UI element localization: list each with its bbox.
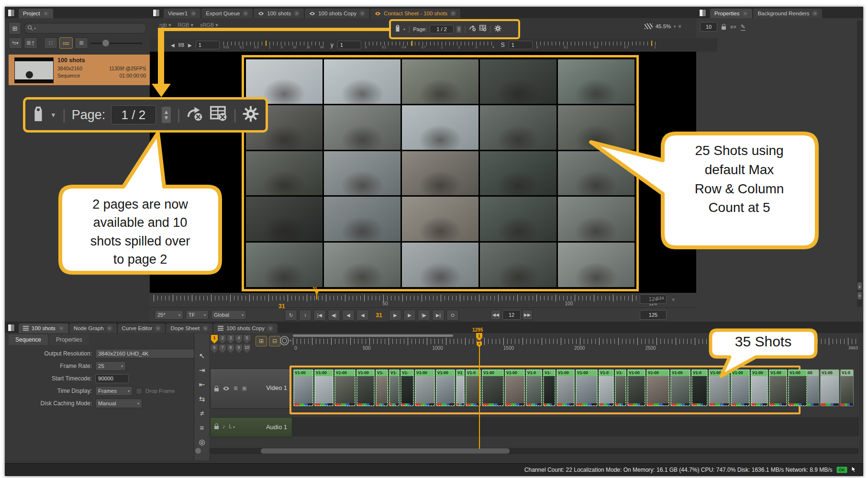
- timeline-h-scrollbar[interactable]: [209, 448, 859, 454]
- timeline-tab-100-shots-copy[interactable]: 100 shots Copy×: [213, 323, 278, 333]
- viewer-tab-contact-sheet-100-shots[interactable]: Contact Sheet - 100 shots×: [370, 9, 460, 18]
- track-level-dropdown[interactable]: L ▾: [229, 423, 235, 429]
- frame-range-out-field[interactable]: 125: [640, 310, 667, 320]
- close-icon[interactable]: ×: [812, 11, 818, 16]
- grid-view-button[interactable]: ∷: [44, 37, 57, 49]
- node-stack-count-field[interactable]: 10: [700, 22, 717, 32]
- page-spinner[interactable]: ▲▼: [162, 107, 171, 123]
- close-icon[interactable]: ×: [43, 11, 49, 16]
- close-icon[interactable]: ×: [267, 325, 273, 331]
- go-to-end-button[interactable]: ▶|: [432, 310, 445, 321]
- step-back-button[interactable]: ◀: [342, 310, 355, 321]
- timeline-clip[interactable]: V1-00: [505, 369, 525, 406]
- page-spinner[interactable]: ▲▼: [456, 26, 461, 33]
- contact-sheet-shot[interactable]: [324, 243, 401, 287]
- timecode-mode-dropdown[interactable]: TF▾: [186, 310, 209, 320]
- prev-arrow-icon[interactable]: ◀: [171, 43, 175, 48]
- video-track-header[interactable]: ≣ ▣ Video 1: [210, 368, 292, 409]
- sort-alpha-button[interactable]: ᴬz▾: [9, 37, 22, 49]
- timeline-clip[interactable]: V1: [456, 369, 465, 406]
- thumbnail-size-slider[interactable]: [90, 38, 143, 48]
- start-timecode-field[interactable]: 90000: [95, 374, 129, 383]
- panel-split-icon[interactable]: [153, 9, 160, 17]
- previous-edit-button[interactable]: ◀|: [328, 310, 340, 321]
- tag-marker-1[interactable]: 1: [211, 335, 218, 344]
- timeline-clip[interactable]: V1-: [389, 369, 400, 406]
- time-display-dropdown[interactable]: Frames▾: [95, 386, 133, 396]
- chevron-down-icon[interactable]: ▼: [50, 111, 56, 119]
- timeline-clip[interactable]: V1-0: [599, 369, 614, 406]
- output-resolution-dropdown[interactable]: 3840x2160 UHD_4K▾: [95, 349, 199, 358]
- subtab-properties[interactable]: Properties: [49, 334, 89, 345]
- timeline-clip[interactable]: V1-: [543, 369, 556, 406]
- mark-out-button[interactable]: O: [446, 310, 459, 321]
- contact-sheet-shot[interactable]: [324, 197, 401, 241]
- pencil-icon[interactable]: ✎: [741, 23, 746, 31]
- grid-view-toggle-button[interactable]: ⊞: [256, 336, 267, 346]
- timeline-clip[interactable]: V1-00: [334, 369, 356, 406]
- detail-view-button[interactable]: ≔: [59, 37, 73, 49]
- collapse-chevrons-icon[interactable]: »: [677, 25, 684, 28]
- tag-marker-8[interactable]: 8: [227, 345, 234, 353]
- audio-track-header[interactable]: ♪ L ▾ Audio 1: [210, 417, 292, 437]
- panel-split-icon[interactable]: [699, 9, 706, 17]
- mark-in-button[interactable]: I: [299, 310, 312, 321]
- ripple-tool-icon[interactable]: ⇥: [195, 366, 209, 375]
- track-visibility-icon[interactable]: [223, 386, 230, 391]
- chevron-down-icon[interactable]: ▾: [674, 24, 676, 29]
- close-icon[interactable]: ×: [190, 11, 196, 16]
- properties-scrollbar[interactable]: ▲ ▼: [857, 20, 862, 307]
- contact-sheet-shot[interactable]: [246, 243, 323, 287]
- disk-caching-dropdown[interactable]: Manual▾: [95, 399, 142, 408]
- contact-sheet-shot[interactable]: [402, 105, 479, 150]
- timeline-tab-node-graph[interactable]: Node Graph×: [69, 323, 117, 333]
- tag-marker-3[interactable]: 3: [227, 335, 234, 344]
- properties-tab-background-renders[interactable]: Background Renders×: [753, 9, 822, 18]
- scroll-down-arrow[interactable]: ▼: [857, 292, 862, 300]
- close-icon[interactable]: ×: [294, 11, 300, 16]
- page-field[interactable]: 1 / 2: [430, 25, 454, 33]
- timeline-clip[interactable]: V1-00: [670, 369, 690, 406]
- tag-marker-7[interactable]: 7: [219, 345, 226, 353]
- track-lock-icon[interactable]: [214, 388, 219, 391]
- audio-track-lane[interactable]: [292, 417, 859, 436]
- viewer-tab-viewer1[interactable]: Viewer1×: [164, 9, 200, 18]
- sync-lock-button[interactable]: ▾: [280, 336, 291, 345]
- panel-split-icon[interactable]: [8, 324, 15, 332]
- timeline-clip[interactable]: V1-00: [556, 369, 575, 406]
- timeline-clip[interactable]: V1-00: [646, 369, 669, 406]
- play-forward-button[interactable]: ▶: [389, 310, 401, 321]
- timeline-clip[interactable]: V1-00: [314, 369, 334, 406]
- slip-tool-icon[interactable]: ⇆: [195, 395, 209, 403]
- clear-grid-button[interactable]: [210, 106, 227, 124]
- gain-field[interactable]: 1: [196, 41, 220, 49]
- grid-edit-toggle-button[interactable]: ⊟: [269, 336, 280, 346]
- contact-sheet-shot[interactable]: [480, 243, 556, 287]
- timeline-clip[interactable]: V1-: [615, 369, 626, 406]
- track-lock-icon[interactable]: [214, 426, 219, 429]
- contact-sheet-shot[interactable]: [480, 59, 556, 104]
- frame-rate-dropdown[interactable]: 25▾: [95, 361, 126, 371]
- subtab-sequence[interactable]: Sequence: [9, 334, 48, 345]
- tag-marker-2[interactable]: 2: [219, 335, 226, 344]
- close-icon[interactable]: ×: [58, 325, 64, 331]
- page-field[interactable]: 1 / 2: [111, 105, 156, 124]
- slider-knob[interactable]: [102, 40, 109, 46]
- gamma-field[interactable]: 1: [337, 41, 361, 49]
- timeline-clip[interactable]: V1-0: [526, 369, 542, 406]
- selection-tool-icon[interactable]: ↖: [195, 352, 209, 360]
- timeline-tab-dope-sheet[interactable]: Dope Sheet×: [166, 323, 212, 333]
- close-icon[interactable]: ×: [359, 11, 365, 16]
- contact-sheet-shot[interactable]: [246, 151, 323, 196]
- search-input[interactable]: ▾: [24, 23, 146, 33]
- timeline-tab-curve-editor[interactable]: Curve Editor×: [118, 323, 166, 333]
- drop-frame-checkbox[interactable]: [136, 388, 142, 394]
- sync-tool-icon[interactable]: ◎: [195, 438, 209, 446]
- project-view-mode-button[interactable]: ⊞: [9, 22, 21, 34]
- viewer-tab-export-queue[interactable]: Export Queue×: [201, 9, 253, 18]
- timeline-clip[interactable]: V1-00: [415, 369, 435, 406]
- scrollbar-thumb[interactable]: [261, 448, 510, 454]
- fps-increase-button[interactable]: ▶▶: [522, 310, 533, 320]
- tag-marker-10[interactable]: 10: [244, 345, 250, 353]
- panel-split-icon[interactable]: [8, 9, 15, 17]
